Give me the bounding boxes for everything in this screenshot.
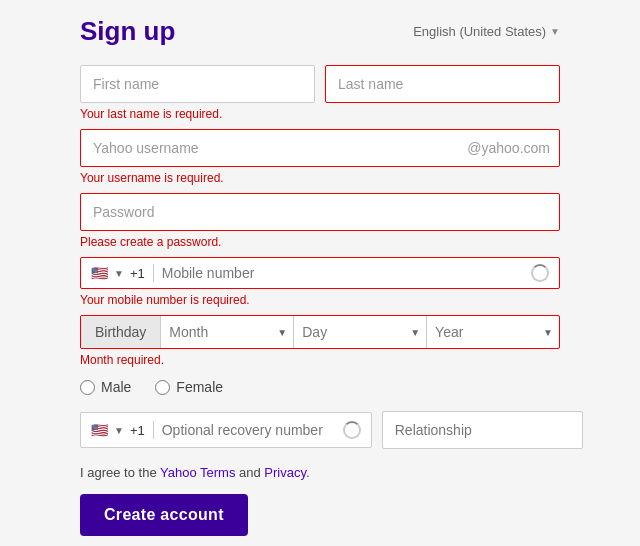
female-label: Female [176, 379, 223, 395]
female-option[interactable]: Female [155, 379, 223, 395]
birthday-error: Month required. [80, 353, 560, 367]
loading-spinner [531, 264, 549, 282]
month-select-wrapper: Month January February March April May J… [161, 316, 294, 348]
username-input[interactable] [80, 129, 560, 167]
relationship-input[interactable] [382, 411, 583, 449]
country-dropdown-button[interactable]: ▼ [114, 268, 124, 279]
page-header: Sign up English (United States) ▼ [80, 16, 560, 47]
yahoo-terms-link[interactable]: Yahoo Terms [160, 465, 235, 480]
male-option[interactable]: Male [80, 379, 131, 395]
year-select-wrapper: Year ▼ [427, 316, 559, 348]
recovery-country-dropdown-button[interactable]: ▼ [114, 425, 124, 436]
terms-conjunction: and [235, 465, 264, 480]
username-row: @yahoo.com [80, 129, 560, 167]
signup-page: Sign up English (United States) ▼ Your l… [0, 0, 640, 546]
year-select[interactable]: Year [427, 316, 559, 348]
phone-divider [153, 264, 154, 282]
recovery-phone-wrapper: 🇺🇸 ▼ +1 [80, 412, 372, 448]
male-radio[interactable] [80, 380, 95, 395]
terms-row: I agree to the Yahoo Terms and Privacy. [80, 465, 560, 480]
privacy-link[interactable]: Privacy [264, 465, 306, 480]
page-title: Sign up [80, 16, 175, 47]
username-error: Your username is required. [80, 171, 560, 185]
birthday-row: Birthday Month January February March Ap… [80, 315, 560, 349]
us-flag-icon: 🇺🇸 [91, 265, 108, 281]
recovery-flag-icon: 🇺🇸 [91, 422, 108, 438]
password-error: Please create a password. [80, 235, 560, 249]
day-select-wrapper: Day ▼ [294, 316, 427, 348]
username-wrapper: @yahoo.com [80, 129, 560, 167]
last-name-error: Your last name is required. [80, 107, 560, 121]
mobile-number-input[interactable] [162, 265, 525, 281]
male-label: Male [101, 379, 131, 395]
country-code: +1 [130, 266, 145, 281]
last-name-input[interactable] [325, 65, 560, 103]
terms-prefix: I agree to the [80, 465, 160, 480]
recovery-loading-spinner [343, 421, 361, 439]
recovery-country-code: +1 [130, 423, 145, 438]
month-select[interactable]: Month January February March April May J… [161, 316, 293, 348]
recovery-divider [153, 421, 154, 439]
recovery-number-input[interactable] [162, 422, 337, 438]
gender-row: Male Female [80, 379, 560, 395]
phone-wrapper: 🇺🇸 ▼ +1 [80, 257, 560, 289]
mobile-error: Your mobile number is required. [80, 293, 560, 307]
day-select[interactable]: Day [294, 316, 426, 348]
password-row [80, 193, 560, 231]
birthday-label: Birthday [81, 316, 161, 348]
language-selector[interactable]: English (United States) ▼ [413, 24, 560, 39]
language-label: English (United States) [413, 24, 546, 39]
terms-suffix: . [306, 465, 310, 480]
create-account-button[interactable]: Create account [80, 494, 248, 536]
chevron-down-icon: ▼ [550, 26, 560, 37]
recovery-row: 🇺🇸 ▼ +1 [80, 411, 560, 449]
female-radio[interactable] [155, 380, 170, 395]
first-name-input[interactable] [80, 65, 315, 103]
mobile-row: 🇺🇸 ▼ +1 [80, 257, 560, 289]
password-input[interactable] [80, 193, 560, 231]
name-row [80, 65, 560, 103]
birthday-wrapper: Birthday Month January February March Ap… [80, 315, 560, 349]
